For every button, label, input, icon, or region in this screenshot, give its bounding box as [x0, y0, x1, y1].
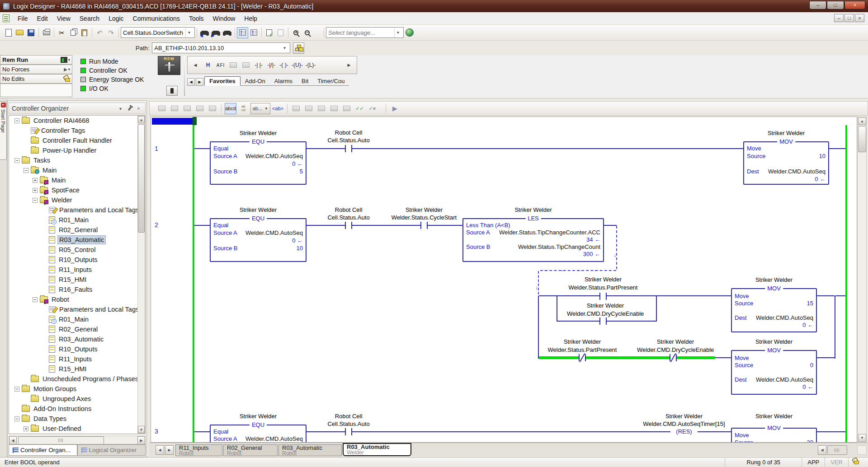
- tab-scroll-right[interactable]: ▶: [196, 78, 203, 86]
- operand-tag[interactable]: Welder.Status.TipChangeCount: [518, 243, 600, 251]
- contact-no[interactable]: [599, 318, 607, 325]
- coil-button[interactable]: -( )-: [278, 59, 290, 71]
- ladder-vertical-scrollbar[interactable]: ▲ ▼: [857, 117, 867, 443]
- tree-item-welder-parameters[interactable]: Parameters and Local Tags: [9, 205, 145, 215]
- operand-tag[interactable]: Welder.Status.PartPresent: [567, 284, 639, 291]
- export-rung-button[interactable]: [194, 103, 205, 114]
- tree-item-data-types[interactable]: Data Types: [9, 414, 145, 424]
- path-dropdown-icon[interactable]: ▼: [281, 43, 288, 53]
- toggle-branch-button[interactable]: [156, 103, 167, 114]
- palette-tab-bit[interactable]: Bit: [297, 77, 313, 86]
- tree-item-main-program[interactable]: Main: [9, 175, 145, 185]
- tree-expander[interactable]: [14, 416, 19, 421]
- menu-window[interactable]: Window: [208, 13, 240, 24]
- tab-controller-organizer[interactable]: Controller Organ...: [9, 444, 77, 456]
- res-coil[interactable]: (RES): [670, 428, 698, 435]
- mode-dropdown-icon[interactable]: ▾: [68, 58, 70, 62]
- tab-scroll-right[interactable]: ▶: [165, 445, 174, 455]
- tree-item-powerup-handler[interactable]: Power-Up Handler: [9, 145, 145, 155]
- tree-expander[interactable]: [33, 178, 38, 183]
- edit-tag-button[interactable]: <ab>: [272, 103, 284, 114]
- maximize-button[interactable]: □: [827, 1, 844, 9]
- combo-dropdown-icon[interactable]: ▼: [185, 28, 193, 37]
- palette-tab-favorites[interactable]: Favorites: [204, 76, 241, 86]
- organizer-header[interactable]: Controller Organizer ▾ ×: [9, 103, 146, 114]
- wrap-operands-toggle[interactable]: abcd: [238, 103, 249, 114]
- mdi-document-icon[interactable]: [3, 14, 9, 22]
- zoom-out-button[interactable]: −: [302, 27, 313, 38]
- new-branch-level-button[interactable]: [240, 59, 252, 71]
- rung-edit-2-button[interactable]: [181, 103, 193, 114]
- routine-tab-r11-inputs[interactable]: R11_Inputs Robot: [175, 444, 222, 456]
- routine-tab-r03-automatic-robot[interactable]: R03_Automatic Robot: [278, 444, 342, 456]
- tree-item-robot-r03[interactable]: R03_Automatic: [9, 334, 145, 344]
- controller-mode-box[interactable]: Rem Run ▾: [0, 55, 72, 65]
- menu-file[interactable]: File: [13, 13, 33, 24]
- compare-edits-2-button[interactable]: [303, 103, 315, 114]
- operand-tag[interactable]: Cell.Status.Auto: [312, 420, 385, 427]
- tree-item-unscheduled[interactable]: Unscheduled Programs / Phases: [9, 374, 145, 384]
- contact-no[interactable]: [345, 222, 352, 229]
- scroll-up-button[interactable]: ▲: [858, 117, 866, 125]
- contact-no[interactable]: [345, 428, 352, 435]
- menu-view[interactable]: View: [52, 13, 75, 24]
- compare-edits-1-button[interactable]: [291, 103, 302, 114]
- les-instruction[interactable]: LES Less Than (A<B) Source AWelder.Statu…: [462, 218, 604, 262]
- import-rung-button[interactable]: [207, 103, 218, 114]
- tree-item-welder-program[interactable]: Welder: [9, 195, 145, 205]
- operand-tag[interactable]: Welder.Status.CycleStart: [383, 214, 465, 221]
- menu-edit[interactable]: Edit: [33, 13, 52, 24]
- mov-instruction[interactable]: MOV Move Source0 DestWelder.CMD.AutoSeq …: [731, 350, 817, 395]
- goto-next-edit-button[interactable]: ▶: [389, 103, 401, 114]
- tree-expander[interactable]: [24, 426, 28, 431]
- organizer-pin-button[interactable]: [126, 105, 133, 112]
- palette-tab-addon[interactable]: Add-On: [241, 77, 270, 86]
- language-dropdown-icon[interactable]: ▼: [394, 28, 401, 37]
- tree-item-fault-handler[interactable]: Controller Fault Handler: [9, 135, 145, 145]
- afi-instruction-button[interactable]: AFI: [215, 59, 226, 71]
- menu-tools[interactable]: Tools: [184, 13, 208, 24]
- tree-item-main-task[interactable]: Main: [9, 165, 145, 175]
- new-branch-button[interactable]: [227, 59, 239, 71]
- scroll-down-button[interactable]: ▼: [138, 426, 145, 433]
- display-format-dropdown[interactable]: ab...▼: [250, 103, 270, 114]
- tree-vertical-scrollbar[interactable]: ▲ ▼: [137, 116, 145, 434]
- coil-unlatch-button[interactable]: -(U)-: [291, 59, 304, 71]
- controller-organizer-toggle[interactable]: [237, 27, 248, 38]
- rung-number[interactable]: 1: [155, 145, 158, 152]
- accept-edits-button[interactable]: [329, 103, 340, 114]
- organizer-close-button[interactable]: ×: [135, 105, 142, 112]
- tree-expander[interactable]: [33, 297, 38, 302]
- tree-expander[interactable]: [14, 387, 19, 392]
- cut-button[interactable]: ✂: [56, 27, 67, 38]
- hscroll-thumb[interactable]: [827, 445, 847, 455]
- operand-tag[interactable]: Welder.Status.TipChangeCounter.ACC: [499, 229, 600, 236]
- tree-item-robot-r15[interactable]: R15_HMI: [9, 364, 145, 374]
- hscroll-left-button[interactable]: ◀: [818, 445, 826, 455]
- tree-item-motion-groups[interactable]: Motion Groups: [9, 384, 145, 394]
- menu-logic[interactable]: Logic: [104, 13, 128, 24]
- tab-scroll-left[interactable]: ◀: [156, 445, 164, 455]
- mdi-restore-button[interactable]: □: [844, 14, 854, 22]
- rung-number[interactable]: 3: [155, 428, 158, 435]
- mov-instruction[interactable]: MOV Move Source15 DestWelder.CMD.AutoSeq…: [731, 288, 817, 332]
- find-all-button[interactable]: [222, 27, 233, 38]
- contact-nc-energized[interactable]: [670, 354, 677, 361]
- operand-tag[interactable]: Cell.Status.Auto: [312, 137, 385, 144]
- rung-number[interactable]: 2: [155, 221, 158, 229]
- scroll-thumb[interactable]: [138, 124, 145, 233]
- undo-button[interactable]: ↶: [94, 27, 105, 38]
- tree-item-welder-r11[interactable]: R11_Inputs: [9, 265, 145, 275]
- print-button[interactable]: [41, 27, 52, 38]
- contact-no[interactable]: [420, 222, 428, 229]
- palette-scroll-right[interactable]: ▶: [343, 59, 355, 71]
- who-active-button[interactable]: [293, 42, 304, 54]
- scroll-thumb[interactable]: [18, 436, 104, 444]
- find-previous-button[interactable]: ◀: [199, 27, 210, 38]
- tree-item-tasks[interactable]: Tasks: [9, 155, 145, 165]
- close-button[interactable]: ×: [844, 1, 865, 9]
- equ-instruction[interactable]: EQU Equal Source AWelder.CMD.AutoSeq 0 ←…: [210, 218, 307, 262]
- new-button[interactable]: [3, 27, 14, 38]
- tree-item-addon-instructions[interactable]: Add-On Instructions: [9, 404, 145, 414]
- controller-lock-button[interactable]: [166, 86, 178, 96]
